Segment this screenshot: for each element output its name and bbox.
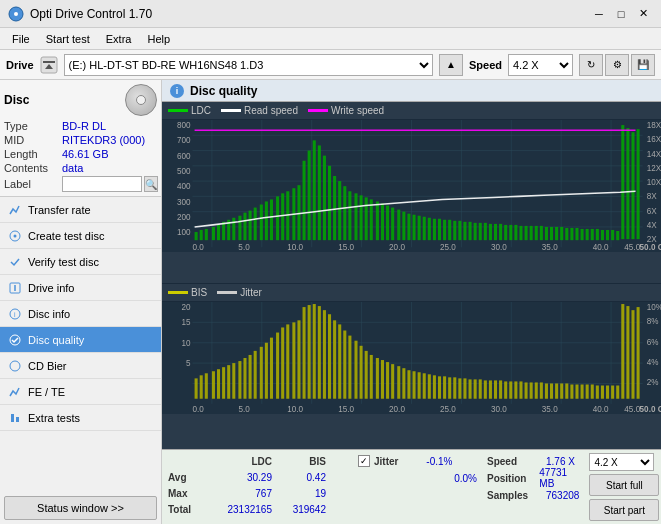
svg-rect-89 — [348, 191, 351, 240]
sidebar-label-disc-quality: Disc quality — [28, 334, 84, 346]
menu-file[interactable]: File — [4, 31, 38, 47]
quality-speed-select[interactable]: 4.2 X — [589, 453, 654, 471]
svg-rect-220 — [407, 370, 410, 399]
svg-rect-209 — [348, 336, 351, 399]
sidebar: Disc Type BD-R DL MID RITEKDR3 (000) Len… — [0, 80, 162, 524]
drive-eject-button[interactable]: ▲ — [439, 54, 463, 76]
svg-rect-191 — [254, 351, 257, 399]
svg-rect-237 — [494, 381, 497, 399]
stats-avg-ldc: 30.29 — [207, 472, 272, 483]
svg-text:14X: 14X — [647, 150, 661, 159]
menu-start-test[interactable]: Start test — [38, 31, 98, 47]
minimize-button[interactable]: ─ — [589, 4, 609, 24]
disc-contents-label: Contents — [4, 162, 62, 174]
sidebar-item-drive-info[interactable]: Drive info — [0, 275, 161, 301]
disc-label-search-button[interactable]: 🔍 — [144, 176, 158, 192]
main-content: i Disc quality LDC Read speed — [162, 80, 661, 524]
stats-avg-label: Avg — [168, 472, 203, 483]
svg-rect-264 — [631, 310, 634, 399]
start-part-button[interactable]: Start part — [589, 499, 659, 521]
svg-rect-218 — [397, 366, 400, 399]
sidebar-item-verify-test-disc[interactable]: Verify test disc — [0, 249, 161, 275]
sidebar-item-disc-info[interactable]: i Disc info — [0, 301, 161, 327]
drive-refresh-button[interactable]: ↻ — [579, 54, 603, 76]
svg-rect-143 — [626, 128, 629, 239]
svg-rect-265 — [637, 307, 640, 399]
drive-config-button[interactable]: ⚙ — [605, 54, 629, 76]
svg-rect-247 — [545, 384, 548, 399]
disc-mid-label: MID — [4, 134, 62, 146]
menu-help[interactable]: Help — [139, 31, 178, 47]
svg-text:i: i — [14, 311, 16, 318]
svg-rect-199 — [297, 321, 300, 399]
svg-text:20.0: 20.0 — [389, 243, 405, 252]
svg-rect-244 — [530, 383, 533, 399]
stats-max-ldc: 767 — [207, 488, 272, 499]
svg-point-6 — [14, 234, 17, 237]
fe-te-icon — [8, 385, 22, 399]
speed-select[interactable]: 4.2 X — [508, 54, 573, 76]
sidebar-item-disc-quality[interactable]: Disc quality — [0, 327, 161, 353]
svg-rect-127 — [545, 227, 548, 240]
disc-quality-icon — [8, 333, 22, 347]
svg-rect-84 — [323, 156, 326, 241]
sidebar-item-extra-tests[interactable]: Extra tests — [0, 405, 161, 431]
maximize-button[interactable]: □ — [611, 4, 631, 24]
svg-rect-96 — [386, 206, 389, 241]
menu-extra[interactable]: Extra — [98, 31, 140, 47]
svg-rect-76 — [281, 193, 284, 240]
svg-rect-140 — [611, 230, 614, 240]
disc-mid-value: RITEKDR3 (000) — [62, 134, 145, 146]
svg-rect-235 — [484, 381, 487, 399]
chart2-svg: 20 15 10 5 10% 8% 6% 4% 2% 0.0 5.0 10.0 … — [162, 302, 661, 414]
svg-rect-196 — [281, 328, 284, 399]
disc-panel-title: Disc — [4, 93, 29, 107]
sidebar-item-create-test-disc[interactable]: Create test disc — [0, 223, 161, 249]
svg-rect-254 — [581, 385, 584, 399]
legend-write-speed: Write speed — [308, 105, 384, 116]
svg-rect-198 — [292, 323, 295, 399]
chart1-legend: LDC Read speed Write speed — [162, 102, 661, 120]
drive-select[interactable]: (E:) HL-DT-ST BD-RE WH16NS48 1.D3 — [64, 54, 433, 76]
svg-rect-131 — [565, 228, 568, 240]
svg-rect-73 — [265, 201, 268, 240]
svg-rect-61 — [200, 230, 203, 240]
svg-text:5.0: 5.0 — [238, 243, 250, 252]
svg-rect-224 — [428, 375, 431, 399]
svg-text:500: 500 — [177, 167, 191, 176]
svg-rect-134 — [581, 229, 584, 240]
samples-val: 763208 — [546, 490, 579, 501]
svg-rect-92 — [365, 197, 368, 240]
svg-rect-86 — [333, 176, 336, 240]
disc-label-input[interactable] — [62, 176, 142, 192]
drive-save-button[interactable]: 💾 — [631, 54, 655, 76]
buttons-section: 4.2 X Start full Start part — [589, 453, 659, 521]
svg-rect-145 — [637, 129, 640, 239]
svg-rect-243 — [525, 383, 528, 399]
svg-rect-182 — [205, 374, 208, 399]
svg-rect-62 — [205, 229, 208, 240]
charts-area: LDC Read speed Write speed — [162, 102, 661, 449]
svg-rect-65 — [222, 222, 225, 240]
svg-rect-126 — [540, 226, 543, 240]
jitter-avg-val: -0.1% — [402, 456, 452, 467]
svg-text:800: 800 — [177, 121, 191, 130]
svg-rect-116 — [489, 224, 492, 240]
legend-jitter: Jitter — [217, 287, 262, 298]
start-full-button[interactable]: Start full — [589, 474, 659, 496]
svg-text:5.0: 5.0 — [238, 405, 250, 414]
svg-rect-141 — [616, 231, 619, 240]
close-button[interactable]: ✕ — [633, 4, 653, 24]
sidebar-item-fe-te[interactable]: FE / TE — [0, 379, 161, 405]
status-window-button[interactable]: Status window >> — [4, 496, 157, 520]
svg-text:200: 200 — [177, 213, 191, 222]
svg-text:45.0: 45.0 — [624, 405, 640, 414]
sidebar-item-transfer-rate[interactable]: Transfer rate — [0, 197, 161, 223]
svg-rect-246 — [540, 383, 543, 399]
sidebar-item-cd-bier[interactable]: CD Bier — [0, 353, 161, 379]
read-speed-legend-color — [221, 109, 241, 112]
jitter-checkbox[interactable]: ✓ — [358, 455, 370, 467]
svg-rect-188 — [238, 361, 241, 399]
write-speed-legend-color — [308, 109, 328, 112]
stats-avg-bis: 0.42 — [276, 472, 326, 483]
